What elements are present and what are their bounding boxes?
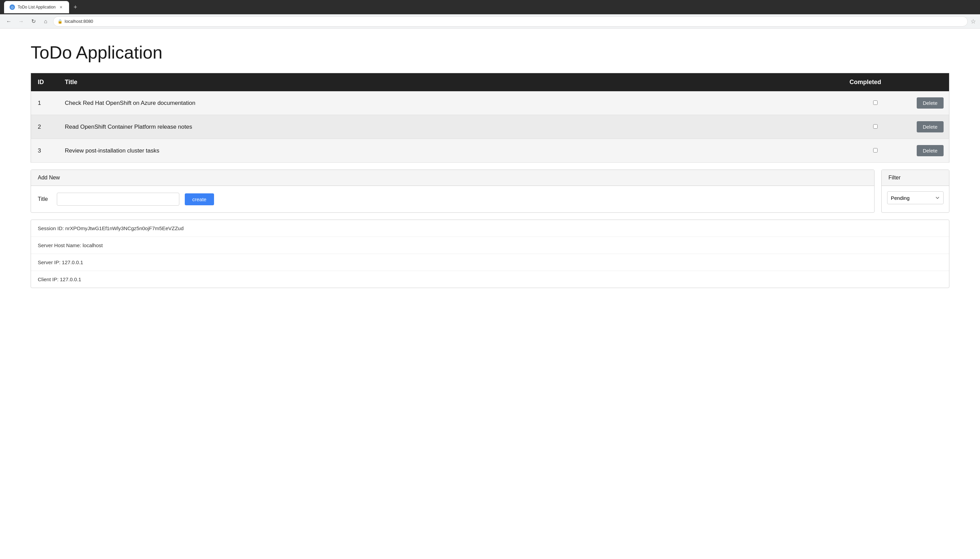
todo-table: ID Title Completed 1Check Red Hat OpenSh…: [31, 73, 949, 163]
delete-button[interactable]: Delete: [917, 121, 944, 132]
row-action: Delete: [909, 139, 949, 163]
tab-close-button[interactable]: ×: [58, 5, 64, 10]
row-id: 3: [31, 139, 58, 163]
delete-button[interactable]: Delete: [917, 145, 944, 156]
col-header-id: ID: [31, 73, 58, 92]
tab-bar: ⊙ ToDo List Application × +: [4, 1, 80, 13]
add-new-panel: Add New Title create: [31, 170, 874, 213]
col-header-action: [909, 73, 949, 92]
tab-title: ToDo List Application: [18, 5, 56, 10]
active-tab[interactable]: ⊙ ToDo List Application ×: [4, 1, 69, 13]
row-action: Delete: [909, 115, 949, 139]
nav-bar: ← → ↻ ⌂ 🔒 localhost:8080 ☆: [0, 14, 980, 28]
home-button[interactable]: ⌂: [41, 17, 50, 26]
add-new-header: Add New: [31, 170, 874, 186]
row-title: Review post-installation cluster tasks: [58, 139, 843, 163]
tab-favicon: ⊙: [10, 5, 15, 10]
address-bar[interactable]: 🔒 localhost:8080: [53, 17, 968, 26]
create-button[interactable]: create: [185, 194, 214, 205]
col-header-title: Title: [58, 73, 843, 92]
table-row: 3Review post-installation cluster tasksD…: [31, 139, 949, 163]
address-text: localhost:8080: [64, 19, 93, 24]
title-input[interactable]: [57, 193, 179, 206]
page-content: ToDo Application ID Title Completed 1Che…: [0, 28, 980, 302]
title-label: Title: [38, 196, 51, 202]
lock-icon: 🔒: [58, 19, 63, 24]
bottom-section: Add New Title create Filter AllPendingCo…: [31, 170, 949, 213]
filter-select[interactable]: AllPendingCompleted: [887, 191, 944, 204]
table-header: ID Title Completed: [31, 73, 949, 92]
session-panel: Session ID: nrXPOmyJtwG1Ef1nWly3NCgz5n0o…: [31, 220, 949, 288]
server-ip-row: Server IP: 127.0.0.1: [31, 254, 949, 271]
bookmark-star-icon[interactable]: ☆: [970, 18, 976, 25]
completed-checkbox[interactable]: [873, 101, 878, 105]
table-body: 1Check Red Hat OpenShift on Azure docume…: [31, 91, 949, 163]
add-new-body: Title create: [31, 186, 874, 212]
col-header-completed: Completed: [843, 73, 908, 92]
row-id: 2: [31, 115, 58, 139]
filter-body: AllPendingCompleted: [882, 186, 949, 210]
table-row: 2Read OpenShift Container Platform relea…: [31, 115, 949, 139]
row-title: Check Red Hat OpenShift on Azure documen…: [58, 91, 843, 115]
server-host-row: Server Host Name: localhost: [31, 237, 949, 254]
filter-panel: Filter AllPendingCompleted: [881, 170, 949, 213]
delete-button[interactable]: Delete: [917, 98, 944, 109]
row-id: 1: [31, 91, 58, 115]
reload-button[interactable]: ↻: [28, 17, 38, 26]
forward-button[interactable]: →: [16, 17, 26, 26]
browser-chrome: ⊙ ToDo List Application × +: [0, 0, 980, 14]
completed-checkbox[interactable]: [873, 124, 878, 129]
row-completed: [843, 91, 908, 115]
completed-checkbox[interactable]: [873, 148, 878, 152]
new-tab-button[interactable]: +: [71, 2, 80, 12]
row-action: Delete: [909, 91, 949, 115]
row-title: Read OpenShift Container Platform releas…: [58, 115, 843, 139]
filter-header: Filter: [882, 170, 949, 186]
back-button[interactable]: ←: [4, 17, 13, 26]
row-completed: [843, 139, 908, 163]
row-completed: [843, 115, 908, 139]
client-ip-row: Client IP: 127.0.0.1: [31, 271, 949, 288]
table-row: 1Check Red Hat OpenShift on Azure docume…: [31, 91, 949, 115]
page-title: ToDo Application: [31, 42, 949, 63]
session-id-row: Session ID: nrXPOmyJtwG1Ef1nWly3NCgz5n0o…: [31, 220, 949, 237]
